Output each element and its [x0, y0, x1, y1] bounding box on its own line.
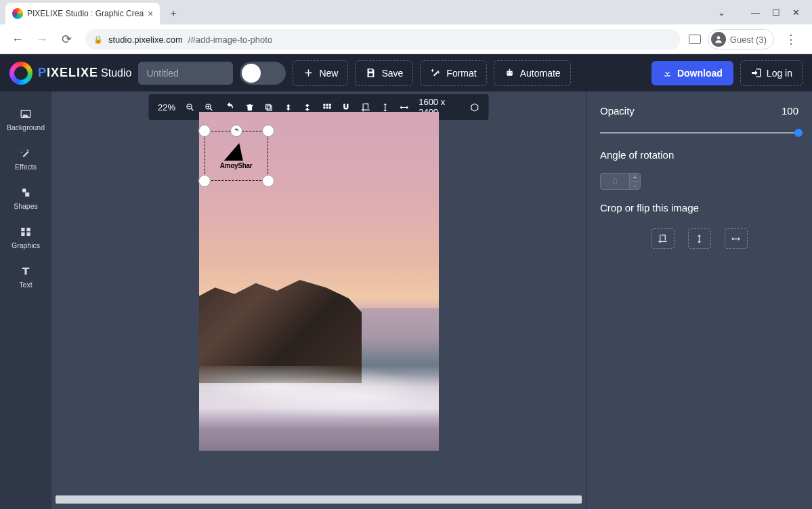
resize-v-icon[interactable]	[380, 102, 390, 113]
resize-handle-tl[interactable]	[198, 125, 211, 137]
sidebar-label: Background	[7, 123, 45, 131]
sidebar-item-effects[interactable]: Effects	[0, 139, 51, 178]
sidebar-item-graphics[interactable]: Graphics	[0, 218, 51, 257]
robot-icon	[504, 67, 515, 79]
logo-main: PPIXELIXEIXELIXE	[38, 66, 98, 80]
sidebar-label: Text	[19, 281, 32, 289]
svg-rect-9	[27, 228, 30, 231]
format-button[interactable]: Format	[420, 60, 486, 86]
svg-rect-1	[507, 71, 513, 76]
svg-rect-17	[326, 104, 328, 106]
crop-flip-label: Crop or flip this image	[600, 202, 798, 213]
slider-track	[600, 132, 798, 134]
zoom-out-icon[interactable]	[185, 102, 195, 113]
new-button[interactable]: New	[293, 60, 348, 86]
forward-button[interactable]: →	[31, 28, 53, 50]
back-button[interactable]: ←	[7, 28, 28, 50]
svg-rect-11	[27, 232, 30, 235]
overlay-logo-shape	[223, 143, 248, 161]
move-back-icon[interactable]	[283, 102, 293, 113]
opacity-slider[interactable]	[600, 129, 798, 137]
properties-panel: Opacity 100 Angle of rotation + - Crop o…	[586, 91, 812, 509]
svg-rect-8	[21, 228, 24, 231]
sidebar-item-shapes[interactable]: Shapes	[0, 178, 51, 218]
url-field[interactable]: 🔒 studio.pixelixe.com/#add-image-to-phot…	[85, 29, 681, 49]
rotation-stepper[interactable]: + -	[600, 173, 641, 190]
browser-tab[interactable]: PIXELIXE Studio : Graphic Crea ×	[5, 3, 160, 24]
theme-toggle[interactable]	[240, 62, 286, 85]
svg-rect-4	[509, 69, 509, 71]
magnet-icon[interactable]	[341, 102, 351, 113]
opacity-label: Opacity	[600, 105, 635, 117]
new-label: New	[319, 68, 338, 79]
automate-button[interactable]: Automate	[494, 60, 571, 86]
svg-rect-19	[323, 106, 325, 108]
document-title-input[interactable]	[138, 62, 233, 85]
sparkle-icon	[20, 147, 32, 159]
download-label: Download	[677, 68, 723, 79]
reload-button[interactable]: ⟳	[56, 28, 77, 50]
resize-handle-br[interactable]	[262, 175, 274, 187]
zoom-in-icon[interactable]	[205, 102, 215, 113]
save-label: Save	[381, 68, 403, 79]
stepper-up[interactable]: +	[630, 174, 640, 182]
horizontal-scrollbar[interactable]	[56, 495, 582, 504]
save-button[interactable]: Save	[355, 60, 413, 86]
rotation-input[interactable]	[601, 174, 629, 189]
svg-point-0	[717, 36, 720, 39]
browser-chrome: PIXELIXE Studio : Graphic Crea × + ⌄ — ☐…	[0, 0, 812, 54]
guest-profile[interactable]: Guest (3)	[708, 29, 774, 49]
image-icon	[20, 108, 32, 120]
logo-ring-icon	[9, 62, 33, 85]
grid-icon[interactable]	[322, 102, 332, 113]
download-button[interactable]: Download	[651, 61, 733, 85]
resize-handle-tr[interactable]	[262, 125, 274, 137]
app-body: Background Effects Shapes Graphics Text	[0, 91, 812, 509]
url-host: studio.pixelixe.com	[108, 35, 183, 45]
resize-handle-bl[interactable]	[198, 175, 211, 187]
crop-icon[interactable]	[361, 102, 371, 113]
app-header: PPIXELIXEIXELIXE Studio New Save Format …	[0, 54, 812, 91]
window-controls: ⌄ — ☐ ✕	[706, 0, 812, 24]
canvas-area[interactable]: 22% 1600 x 2400	[51, 91, 586, 509]
cube-icon[interactable]	[469, 102, 479, 113]
svg-rect-7	[25, 192, 29, 197]
chevron-down-icon[interactable]: ⌄	[718, 7, 725, 18]
kebab-menu-icon[interactable]: ⋮	[781, 32, 801, 47]
sidebar-item-text[interactable]: Text	[0, 257, 51, 296]
new-tab-button[interactable]: +	[164, 4, 183, 23]
selected-overlay[interactable]: AmoyShar	[205, 131, 268, 181]
svg-point-3	[510, 73, 511, 74]
lock-icon: 🔒	[93, 35, 103, 44]
app: PPIXELIXEIXELIXE Studio New Save Format …	[0, 54, 812, 509]
sidebar-label: Shapes	[14, 202, 38, 210]
resize-h-icon[interactable]	[400, 102, 410, 113]
text-icon	[20, 265, 32, 277]
minimize-icon[interactable]: —	[751, 7, 760, 18]
stepper-down[interactable]: -	[630, 182, 640, 189]
trash-icon[interactable]	[244, 102, 255, 113]
maximize-icon[interactable]: ☐	[772, 7, 780, 18]
tab-title: PIXELIXE Studio : Graphic Crea	[27, 9, 144, 18]
flip-horizontal-button[interactable]	[725, 228, 748, 249]
download-icon	[662, 68, 672, 78]
svg-point-2	[507, 73, 509, 74]
extensions-icon[interactable]	[689, 35, 701, 44]
flip-vertical-button[interactable]	[688, 228, 711, 249]
login-button[interactable]: Log in	[740, 60, 803, 86]
crop-button[interactable]	[651, 228, 675, 249]
svg-rect-10	[21, 232, 24, 235]
app-logo[interactable]: PPIXELIXEIXELIXE Studio	[9, 62, 131, 85]
slider-thumb[interactable]	[794, 129, 803, 137]
close-window-icon[interactable]: ✕	[792, 7, 800, 18]
sidebar: Background Effects Shapes Graphics Text	[0, 91, 51, 509]
sidebar-label: Effects	[15, 163, 37, 171]
close-icon[interactable]: ×	[148, 8, 153, 19]
logo-sub: Studio	[101, 67, 131, 79]
copy-icon[interactable]	[264, 102, 274, 113]
rotate-handle[interactable]	[230, 125, 242, 137]
move-front-icon[interactable]	[303, 102, 313, 113]
zoom-label: 22%	[158, 102, 175, 113]
sidebar-item-background[interactable]: Background	[0, 100, 51, 139]
toggle-knob	[242, 64, 261, 83]
